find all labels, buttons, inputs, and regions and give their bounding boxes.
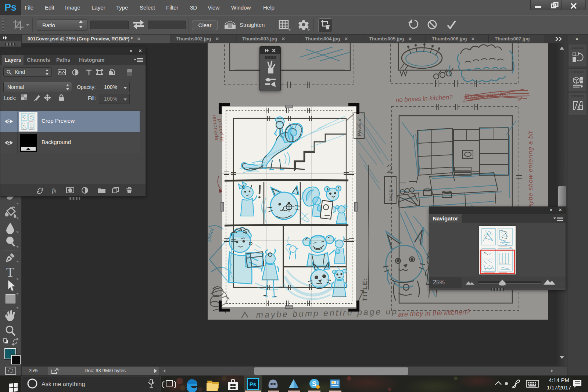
svg-text:4:14 PM: 4:14 PM — [549, 377, 569, 383]
svg-text:Ps: Ps — [250, 381, 256, 387]
svg-text:fx: fx — [52, 187, 57, 194]
svg-text:Ask me anything: Ask me anything — [42, 381, 85, 387]
svg-text:S: S — [312, 380, 317, 388]
svg-text:T: T — [6, 265, 14, 280]
svg-text:1/17/2017: 1/17/2017 — [547, 384, 571, 391]
